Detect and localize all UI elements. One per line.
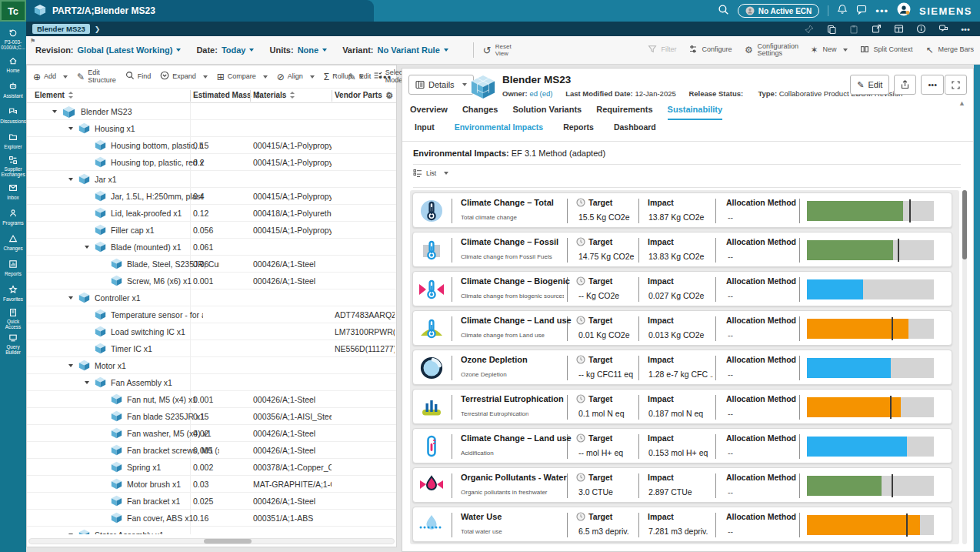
notifications-bell-icon[interactable]	[837, 4, 848, 18]
sidebar-item-programs[interactable]: Programs	[0, 204, 26, 229]
new-button[interactable]: ✶New	[808, 45, 848, 55]
compare-button[interactable]: ⊞Compare	[217, 72, 268, 82]
subtab-environmental-impacts[interactable]: Environmental Impacts	[455, 122, 544, 136]
horizontal-scrollbar-thumb[interactable]	[204, 539, 252, 544]
tab-requirements[interactable]: Requirements	[596, 105, 652, 120]
table-row[interactable]: Lid, leak-proofed x10.12000418/A;1-Polyu…	[27, 205, 396, 222]
impact-card[interactable]: Organic Pollutants - WaterOrganic pollut…	[412, 467, 952, 503]
table-row[interactable]: Stator Assembly x1	[27, 527, 396, 534]
sidebar-item-supplier-exchanges[interactable]: Supplier Exchanges	[0, 153, 26, 179]
sidebar-item-reports[interactable]: Reports	[0, 255, 26, 280]
tab-solution-variants[interactable]: Solution Variants	[512, 105, 582, 120]
table-row[interactable]: Housing top, plastic, red x10.2000415/A;…	[27, 154, 396, 171]
table-row[interactable]: Fan washer, M5 (x4) x10.02000426/A;1-Ste…	[27, 425, 396, 442]
expand-button[interactable]: Expand	[160, 71, 208, 82]
table-row[interactable]: Fan nut, M5 (x4) x10.001000426/A;1-Steel	[27, 391, 396, 408]
units-dropdown[interactable]: Units: None	[269, 45, 327, 55]
table-row[interactable]: Spring x10.002000378/A;1-Copper_C10100	[27, 459, 396, 476]
variant-rule-dropdown[interactable]: Variant: No Variant Rule	[342, 45, 448, 55]
table-row[interactable]: Motor brush x10.03MAT-GRAPHITE/A;1-Grap.…	[27, 476, 396, 493]
search-icon[interactable]	[718, 4, 729, 18]
table-row[interactable]: Filler cap x10.056000415/A;1-Polypropyle…	[27, 222, 396, 239]
sidebar-item-p3-003-0100-a-c[interactable]: P3-003-0100/A;C...	[0, 26, 26, 52]
configure-button[interactable]: Configure	[688, 45, 732, 56]
tab-changes[interactable]: Changes	[462, 105, 498, 120]
sidebar-item-query-builder[interactable]: Query Builder	[0, 331, 26, 356]
sidebar-item-inbox[interactable]: Inbox	[0, 179, 26, 204]
merge-bars-button[interactable]: ↖Merge Bars	[924, 45, 974, 55]
table-row[interactable]: Jar x1	[27, 171, 396, 188]
date-dropdown[interactable]: Date: Today	[196, 45, 254, 55]
table-row[interactable]: Fan Assembly x1	[27, 374, 396, 391]
table-row[interactable]: Housing bottom, plastic, black x10.15000…	[27, 137, 396, 154]
details-overflow-button[interactable]: •••	[921, 75, 944, 95]
comments-icon[interactable]	[856, 4, 867, 18]
subtab-input[interactable]: Input	[415, 122, 435, 136]
table-row[interactable]: Housing x1	[27, 120, 396, 137]
sidebar-item-favorites[interactable]: Favorites	[0, 280, 26, 306]
tab-overview[interactable]: Overview	[410, 105, 448, 120]
ecn-badge[interactable]: No Active ECN	[738, 4, 820, 18]
table-row[interactable]: Screw, M6 (x6) x10.001000426/A;1-Steel	[27, 273, 396, 289]
table-row[interactable]: Blade (mounted) x10.061	[27, 239, 396, 256]
structure-overflow-icon[interactable]: •••	[378, 72, 392, 83]
edit-button[interactable]: ✎ Edit	[850, 75, 889, 95]
column-header-element[interactable]: Element	[35, 91, 73, 99]
collaboration-icon[interactable]	[938, 24, 948, 35]
breadcrumb-chip[interactable]: Blender MS23	[32, 24, 90, 34]
fullscreen-button[interactable]	[945, 75, 967, 95]
table-row[interactable]: Timer IC x1NE556D(111277)	[27, 340, 396, 357]
table-row[interactable]: Controller x1	[27, 289, 396, 306]
align-button[interactable]: ⊘Align	[277, 72, 315, 82]
table-row[interactable]: Fan cover, ABS x10.16000351/A;1-ABS	[27, 510, 396, 527]
expand-caret-icon[interactable]	[68, 364, 73, 367]
expand-caret-icon[interactable]	[52, 110, 57, 113]
edit-button[interactable]: ✎ Edit	[348, 72, 372, 82]
user-avatar[interactable]	[897, 2, 911, 19]
table-row[interactable]: Blender MS23	[27, 103, 396, 120]
expand-caret-icon[interactable]	[68, 178, 73, 181]
teamcenter-logo[interactable]: Tc	[0, 0, 26, 22]
configuration-settings-button[interactable]: ⚙Configuration Settings	[743, 43, 797, 58]
subtab-reports[interactable]: Reports	[563, 122, 594, 136]
impact-card[interactable]: Water UseTotal water useTarget6.5 m3 dep…	[412, 507, 952, 542]
expand-caret-icon[interactable]	[68, 296, 73, 299]
vertical-scrollbar-thumb[interactable]	[962, 190, 967, 259]
table-gear-icon[interactable]: ⚙	[385, 91, 393, 101]
expand-caret-icon[interactable]	[68, 534, 73, 534]
table-row[interactable]: Temperature sensor - for alarm x1ADT7483…	[27, 306, 396, 323]
list-view-dropdown[interactable]: List	[413, 169, 448, 178]
revision-rule-dropdown[interactable]: Revision: Global (Latest Working)	[35, 45, 181, 55]
table-icon[interactable]	[893, 24, 904, 35]
impact-card[interactable]: Climate Change – Land useAcidificationTa…	[412, 428, 952, 463]
expand-caret-icon[interactable]	[85, 246, 89, 249]
impact-card[interactable]: Ozone DepletionOzone DepletionTarget-- k…	[412, 350, 952, 385]
impact-card[interactable]: Climate Change – BiogenicClimate change …	[412, 271, 952, 306]
sidebar-item-assistant[interactable]: Assistant	[0, 77, 26, 102]
table-row[interactable]: Jar, 1.5L, H:250mm, plastic, transpa...0…	[27, 188, 396, 205]
impact-card[interactable]: Climate Change – FossilClimate change fr…	[412, 232, 952, 267]
tab-sustainability[interactable]: Sustainability	[668, 105, 723, 120]
sidebar-item-discussions[interactable]: Discussions	[0, 102, 26, 128]
open-icon[interactable]	[871, 24, 882, 35]
expand-caret-icon[interactable]	[85, 381, 89, 384]
details-dropdown-button[interactable]: Details	[408, 75, 474, 95]
sidebar-item-home[interactable]: Home	[0, 52, 26, 77]
column-header-materials[interactable]: Materials	[253, 91, 295, 99]
sidebar-item-quick-access[interactable]: Quick Access	[0, 306, 26, 331]
impact-card[interactable]: Terrestrial EutrophicationTerrestrial Eu…	[412, 389, 952, 424]
find-button[interactable]: Find	[125, 71, 152, 82]
share-button[interactable]	[894, 75, 916, 95]
info-icon[interactable]	[915, 24, 926, 35]
collapse-chevron-icon[interactable]: ▲	[958, 99, 965, 107]
reset-view-button[interactable]: ↺ Reset View	[483, 43, 512, 57]
subtab-dashboard[interactable]: Dashboard	[614, 122, 656, 136]
table-row[interactable]: Fan bracket x10.025000426/A;1-Steel	[27, 493, 396, 510]
strip-overflow-icon[interactable]: •••	[960, 24, 971, 35]
column-header-vendor-parts[interactable]: Vendor Parts	[335, 91, 391, 99]
table-row[interactable]: Load switching IC x1LM73100RPWR(11	[27, 323, 396, 340]
owner-link[interactable]: ed (ed)	[529, 89, 552, 98]
table-row[interactable]: Motor x1	[27, 357, 396, 374]
impact-card[interactable]: Climate Change – Land useClimate change …	[412, 310, 952, 346]
edit-structure-button[interactable]: ✎Edit Structure	[77, 69, 116, 84]
